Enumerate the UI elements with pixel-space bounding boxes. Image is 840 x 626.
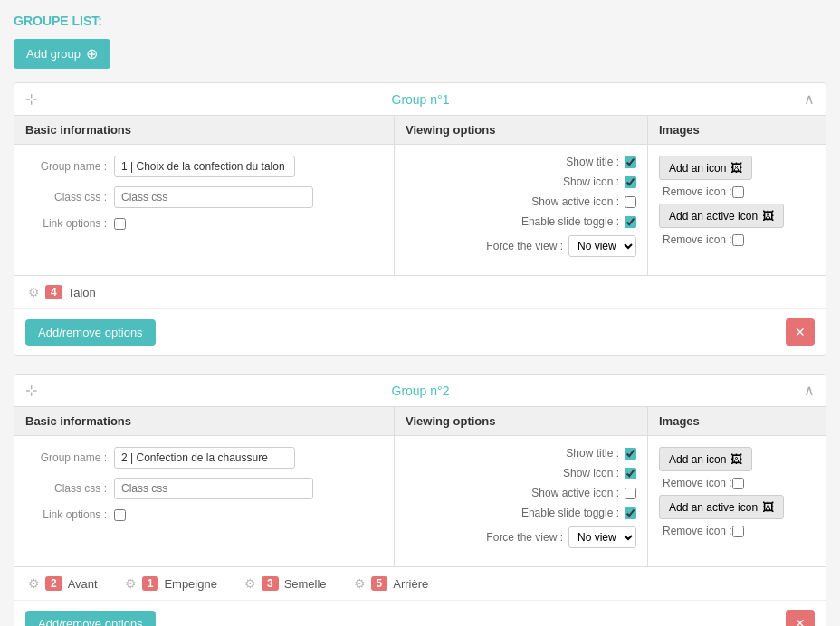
basic-col-2: Group name : Class css : Link options :: [14, 436, 395, 566]
item-gear-icon[interactable]: ⚙: [28, 285, 40, 299]
show-active-icon-label: Show active icon :: [531, 487, 619, 499]
group-name-input[interactable]: [114, 447, 295, 469]
item-name: Arrière: [393, 577, 428, 591]
remove-active-icon-checkbox[interactable]: [732, 234, 744, 246]
basic-col-1: Group name : Class css : Link options :: [14, 145, 395, 275]
add-remove-options-button[interactable]: Add/remove options: [25, 611, 156, 627]
link-options-checkbox[interactable]: [114, 509, 126, 521]
item-badge: 2: [45, 576, 62, 591]
add-icon-button[interactable]: Add an icon 🖼: [659, 447, 752, 471]
item-badge: 4: [45, 285, 62, 299]
item-gear-icon[interactable]: ⚙: [125, 576, 137, 591]
group-name-label: Group name :: [25, 160, 107, 173]
class-css-input[interactable]: [114, 478, 313, 499]
viewing-col-1: Show title : Show icon : Show active ico…: [395, 145, 648, 275]
image-icon: 🖼: [730, 161, 742, 175]
drag-handle-icon[interactable]: ⊹: [25, 90, 37, 108]
remove-active-icon-row: Remove icon :: [663, 233, 826, 246]
collapse-icon-2[interactable]: ∧: [804, 382, 815, 399]
add-active-icon-button[interactable]: Add an active icon 🖼: [659, 495, 784, 519]
show-icon-row: Show icon :: [406, 175, 636, 188]
show-title-label: Show title :: [566, 447, 619, 460]
collapse-icon-1[interactable]: ∧: [804, 90, 815, 108]
list-item: ⚙ 4 Talon: [28, 285, 96, 299]
remove-icon-row: Remove icon :: [663, 185, 826, 198]
add-group-label: Add group: [26, 47, 81, 61]
image-icon: 🖼: [730, 452, 742, 466]
item-name: Avant: [68, 577, 98, 591]
force-view-label: Force the view :: [486, 240, 563, 252]
enable-slide-row: Enable slide toggle :: [406, 215, 636, 228]
images-col-1: Add an icon 🖼 Remove icon : Add an activ…: [648, 145, 826, 275]
item-gear-icon[interactable]: ⚙: [28, 576, 40, 591]
group-title-1: Group n°1: [37, 92, 804, 107]
enable-slide-checkbox[interactable]: [625, 507, 636, 519]
show-active-icon-checkbox[interactable]: [625, 488, 636, 499]
class-css-row: Class css :: [25, 186, 383, 208]
delete-group-button[interactable]: ✕: [786, 318, 815, 346]
group-name-input[interactable]: [114, 156, 295, 177]
show-title-label: Show title :: [566, 156, 619, 168]
delete-group-button[interactable]: ✕: [786, 610, 815, 626]
col-bodies-1: Group name : Class css : Link options : …: [14, 145, 826, 276]
add-icon-label: Add an icon: [669, 162, 726, 175]
show-title-checkbox[interactable]: [625, 448, 636, 460]
show-icon-label: Show icon :: [563, 175, 619, 188]
force-view-label: Force the view :: [486, 531, 563, 544]
list-item: ⚙ 3 Semelle: [244, 576, 327, 591]
add-active-icon-button[interactable]: Add an active icon 🖼: [659, 204, 784, 228]
show-active-icon-label: Show active icon :: [531, 195, 619, 208]
group-title-2: Group n°2: [37, 384, 804, 398]
class-css-label: Class css :: [25, 191, 107, 204]
enable-slide-checkbox[interactable]: [625, 216, 636, 228]
remove-active-icon-label: Remove icon :: [663, 233, 732, 246]
card-footer-1: Add/remove options ✕: [14, 309, 826, 355]
group-header-1: ⊹ Group n°1 ∧: [14, 83, 826, 116]
link-options-checkbox[interactable]: [114, 218, 126, 230]
item-gear-icon[interactable]: ⚙: [244, 576, 256, 591]
delete-icon: ✕: [795, 616, 806, 626]
force-view-select[interactable]: No viewGridList: [568, 526, 636, 548]
add-icon-button[interactable]: Add an icon 🖼: [659, 156, 752, 180]
force-view-select[interactable]: No viewGridList: [568, 235, 636, 257]
active-image-icon: 🖼: [762, 209, 774, 223]
remove-active-icon-row: Remove icon :: [663, 525, 826, 537]
add-group-button[interactable]: Add group ⊕: [14, 39, 110, 69]
delete-icon: ✕: [795, 325, 806, 339]
add-remove-options-button[interactable]: Add/remove options: [25, 319, 156, 346]
viewing-col-2: Show title : Show icon : Show active ico…: [395, 436, 648, 566]
show-icon-checkbox[interactable]: [625, 176, 636, 188]
remove-icon-checkbox[interactable]: [732, 478, 744, 489]
group-header-2: ⊹ Group n°2 ∧: [14, 375, 826, 407]
col-header-basic-informations: Basic informations: [14, 116, 395, 144]
show-icon-checkbox[interactable]: [625, 468, 636, 479]
col-headers-2: Basic informationsViewing optionsImages: [14, 407, 826, 436]
add-remove-label: Add/remove options: [38, 326, 143, 339]
class-css-row: Class css :: [25, 478, 383, 499]
show-active-icon-checkbox[interactable]: [625, 196, 636, 208]
class-css-label: Class css :: [25, 482, 107, 495]
page-title: GROUPE LIST:: [14, 14, 826, 28]
enable-slide-row: Enable slide toggle :: [406, 507, 636, 519]
col-header-basic-informations: Basic informations: [14, 407, 395, 435]
list-item: ⚙ 5 Arrière: [354, 576, 429, 591]
item-gear-icon[interactable]: ⚙: [354, 576, 366, 591]
col-headers-1: Basic informationsViewing optionsImages: [14, 116, 826, 145]
show-active-icon-row: Show active icon :: [406, 487, 636, 499]
class-css-input[interactable]: [114, 186, 313, 208]
force-view-row: Force the view : No viewGridList: [406, 526, 636, 548]
group-card-1: ⊹ Group n°1 ∧ Basic informationsViewing …: [14, 82, 826, 356]
show-icon-row: Show icon :: [406, 467, 636, 479]
active-image-icon: 🖼: [762, 500, 774, 514]
plus-icon: ⊕: [86, 45, 98, 62]
show-title-row: Show title :: [406, 156, 636, 168]
show-title-checkbox[interactable]: [625, 156, 636, 168]
item-badge: 1: [142, 576, 159, 591]
force-view-row: Force the view : No viewGridList: [406, 235, 636, 257]
add-icon-label: Add an icon: [669, 453, 726, 466]
remove-active-icon-checkbox[interactable]: [732, 526, 744, 537]
list-item: ⚙ 2 Avant: [28, 576, 98, 591]
drag-handle-icon[interactable]: ⊹: [25, 382, 37, 399]
remove-icon-checkbox[interactable]: [732, 186, 744, 198]
items-row-2: ⚙ 2 Avant ⚙ 1 Empeigne ⚙ 3 Semelle ⚙ 5 A…: [14, 567, 826, 601]
